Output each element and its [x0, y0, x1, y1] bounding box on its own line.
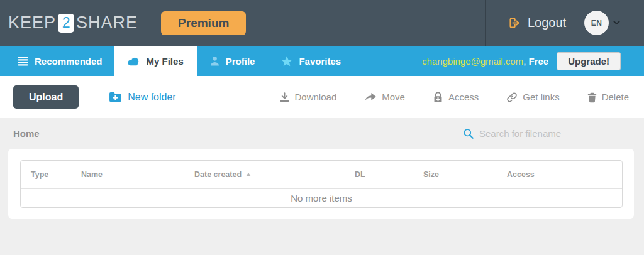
- main-nav: Recommended My Files Profile Favorites: [0, 46, 644, 76]
- premium-button[interactable]: Premium: [161, 11, 246, 35]
- app-logo[interactable]: KEEP 2 SHARE: [8, 13, 138, 33]
- logout-button[interactable]: Logout: [508, 16, 566, 30]
- search-input[interactable]: [479, 128, 623, 139]
- trash-icon: [587, 92, 597, 103]
- move-icon: [364, 92, 377, 102]
- empty-state-message: No more items: [21, 189, 622, 207]
- link-icon: [506, 92, 518, 103]
- language-badge: EN: [584, 11, 609, 35]
- chevron-down-icon: [613, 21, 620, 25]
- table-header-row: Type Name Date created DL Size Access: [21, 161, 622, 189]
- download-icon: [279, 92, 290, 103]
- new-folder-label: New folder: [128, 92, 175, 103]
- lock-icon: [433, 91, 443, 103]
- tab-label: Favorites: [299, 56, 341, 67]
- tab-my-files[interactable]: My Files: [114, 46, 197, 76]
- action-label: Move: [382, 92, 405, 102]
- download-button[interactable]: Download: [279, 92, 337, 103]
- action-label: Get links: [523, 92, 559, 102]
- content-area: Home Type Name Date created: [0, 118, 644, 255]
- column-header-name[interactable]: Name: [81, 170, 194, 179]
- search-icon: [463, 128, 474, 139]
- column-header-access[interactable]: Access: [507, 170, 622, 179]
- toolbar-actions: Download Move Access: [279, 91, 629, 103]
- logo-text-share: SHARE: [76, 13, 138, 33]
- tab-label: Profile: [226, 56, 255, 67]
- logout-icon: [508, 16, 521, 30]
- cloud-icon: [127, 57, 140, 66]
- tab-favorites[interactable]: Favorites: [268, 46, 354, 76]
- tab-profile[interactable]: Profile: [197, 46, 269, 76]
- column-header-type[interactable]: Type: [31, 170, 81, 179]
- files-table: Type Name Date created DL Size Access: [20, 160, 623, 208]
- tab-label: Recommended: [35, 56, 103, 67]
- access-button[interactable]: Access: [433, 91, 479, 103]
- tab-recommended[interactable]: Recommended: [0, 46, 114, 76]
- column-header-dl[interactable]: DL: [355, 170, 423, 179]
- content-header-row: Home: [0, 118, 644, 149]
- logo-2-badge: 2: [58, 14, 74, 33]
- sort-ascending-icon: [246, 173, 251, 176]
- new-folder-button[interactable]: New folder: [109, 92, 175, 103]
- get-links-button[interactable]: Get links: [506, 92, 559, 103]
- folder-plus-icon: [109, 92, 122, 102]
- logo-text-keep: KEEP: [8, 13, 56, 33]
- breadcrumb-home[interactable]: Home: [13, 128, 40, 139]
- search-box: [463, 128, 623, 139]
- account-plan-badge: Free: [528, 56, 548, 67]
- language-selector[interactable]: EN: [584, 11, 620, 35]
- upgrade-button[interactable]: Upgrade!: [557, 52, 621, 70]
- account-info: changbinge@gmail.com, Free: [422, 56, 548, 67]
- lines-icon: [18, 57, 28, 66]
- top-header: KEEP 2 SHARE Premium Logout EN: [0, 0, 644, 46]
- move-button[interactable]: Move: [364, 92, 405, 102]
- person-icon: [210, 56, 219, 66]
- star-icon: [281, 56, 292, 67]
- action-label: Delete: [602, 92, 629, 102]
- files-panel: Type Name Date created DL Size Access: [8, 149, 634, 219]
- tab-label: My Files: [147, 56, 184, 67]
- column-header-date-created[interactable]: Date created: [194, 170, 355, 179]
- upload-button[interactable]: Upload: [13, 85, 79, 109]
- account-email: changbinge@gmail.com: [422, 56, 523, 67]
- file-toolbar: Upload New folder Download: [0, 76, 644, 118]
- delete-button[interactable]: Delete: [587, 92, 629, 103]
- account-section: changbinge@gmail.com, Free Upgrade!: [422, 46, 644, 76]
- column-header-size[interactable]: Size: [423, 170, 507, 179]
- logout-label: Logout: [528, 16, 566, 30]
- header-right-section: Logout EN: [485, 0, 644, 46]
- action-label: Download: [295, 92, 337, 102]
- action-label: Access: [448, 92, 479, 102]
